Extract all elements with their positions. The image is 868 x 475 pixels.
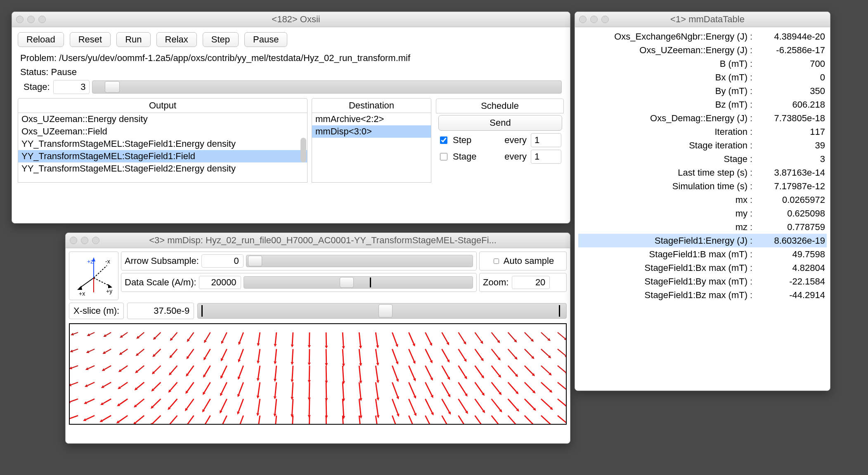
data-row[interactable]: Bx (mT):0 bbox=[578, 71, 827, 84]
reload-button[interactable]: Reload bbox=[18, 32, 64, 47]
stage-slider-thumb[interactable] bbox=[105, 81, 120, 93]
minimize-icon[interactable] bbox=[27, 16, 35, 23]
data-scale-value[interactable]: 20000 bbox=[199, 276, 241, 289]
output-item[interactable]: YY_TransformStageMEL:StageField2:Energy … bbox=[18, 162, 307, 175]
data-scale-thumb[interactable] bbox=[340, 277, 354, 288]
xslice-value[interactable]: 37.50e-9 bbox=[127, 303, 194, 319]
zoom-icon[interactable] bbox=[92, 237, 99, 244]
data-row[interactable]: Oxs_Demag::Energy (J):7.73805e-18 bbox=[578, 111, 827, 125]
auto-sample-row[interactable]: Auto sample bbox=[479, 252, 567, 270]
output-scrollbar[interactable] bbox=[300, 138, 306, 162]
zoom-icon[interactable] bbox=[601, 16, 609, 23]
send-button[interactable]: Send bbox=[438, 115, 562, 131]
data-row[interactable]: Stage iteration:39 bbox=[578, 139, 827, 152]
xslice-slider[interactable] bbox=[197, 303, 567, 319]
close-icon[interactable] bbox=[70, 237, 77, 244]
data-row[interactable]: StageField1:Bz max (mT):-44.2914 bbox=[578, 288, 827, 302]
close-icon[interactable] bbox=[16, 16, 24, 23]
svg-line-342 bbox=[326, 416, 326, 424]
status-value: Pause bbox=[51, 67, 76, 78]
zoom-icon[interactable] bbox=[38, 16, 46, 23]
svg-line-300 bbox=[475, 399, 484, 411]
auto-sample-checkbox[interactable] bbox=[494, 259, 499, 264]
svg-line-354 bbox=[425, 416, 433, 424]
data-row-colon: : bbox=[747, 235, 755, 246]
stage-value[interactable]: 3 bbox=[53, 80, 90, 94]
output-listbox[interactable]: Oxs_UZeeman::Energy densityOxs_UZeeman::… bbox=[18, 113, 307, 183]
svg-line-48 bbox=[376, 332, 378, 346]
data-row[interactable]: B (mT):700 bbox=[578, 57, 827, 71]
svg-line-262 bbox=[153, 399, 161, 407]
data-row[interactable]: Last time step (s):3.87163e-14 bbox=[578, 166, 827, 179]
data-row[interactable]: Oxs_UZeeman::Energy (J):-6.2586e-17 bbox=[578, 43, 827, 57]
schedule-step-every-value[interactable]: 1 bbox=[531, 133, 561, 147]
data-row[interactable]: mx:0.0265972 bbox=[578, 193, 827, 207]
svg-marker-155 bbox=[257, 378, 260, 381]
arrow-subsample-thumb[interactable] bbox=[248, 256, 262, 266]
data-row-value: 0.625098 bbox=[755, 208, 825, 219]
output-item[interactable]: Oxs_UZeeman::Energy density bbox=[18, 113, 307, 125]
svg-line-128 bbox=[541, 349, 549, 357]
svg-line-224 bbox=[343, 382, 343, 399]
data-scale-row: Data Scale (A/m): 20000 bbox=[121, 273, 477, 292]
mmdisp-titlebar[interactable]: <3> mmDisp: Hyz_02_run_file00_H7000_AC00… bbox=[66, 233, 570, 248]
data-row[interactable]: Stage:3 bbox=[578, 152, 827, 166]
data-row[interactable]: my:0.625098 bbox=[578, 207, 827, 220]
data-row[interactable]: Iteration:117 bbox=[578, 125, 827, 139]
data-row-colon: : bbox=[747, 99, 755, 110]
arrow-subsample-value[interactable]: 0 bbox=[201, 254, 244, 268]
xslice-thumb[interactable] bbox=[378, 304, 393, 317]
data-row-colon: : bbox=[747, 154, 755, 165]
destination-listbox[interactable]: mmArchive<2:2>mmDisp<3:0> bbox=[312, 113, 431, 183]
data-row[interactable]: StageField1:Energy (J):8.60326e-19 bbox=[578, 234, 827, 247]
svg-line-280 bbox=[309, 399, 310, 415]
run-button[interactable]: Run bbox=[116, 32, 150, 47]
data-row[interactable]: StageField1:Bx max (mT):4.82804 bbox=[578, 261, 827, 275]
svg-line-328 bbox=[203, 416, 210, 424]
data-row[interactable]: mz:0.778759 bbox=[578, 220, 827, 234]
data-row[interactable]: StageField1:B max (mT):49.7598 bbox=[578, 247, 827, 261]
auto-sample-label: Auto sample bbox=[504, 256, 554, 266]
data-row-colon: : bbox=[747, 276, 755, 287]
svg-line-144 bbox=[171, 366, 177, 373]
data-row-value: 3 bbox=[755, 154, 825, 165]
svg-line-140 bbox=[137, 366, 144, 372]
data-row[interactable]: StageField1:By max (mT):-22.1584 bbox=[578, 275, 827, 288]
data-row[interactable]: Bz (mT):606.218 bbox=[578, 98, 827, 111]
relax-button[interactable]: Relax bbox=[156, 32, 197, 47]
data-row[interactable]: By (mT):350 bbox=[578, 84, 827, 98]
step-button[interactable]: Step bbox=[203, 32, 239, 47]
svg-line-212 bbox=[239, 382, 243, 395]
destination-item[interactable]: mmArchive<2:2> bbox=[312, 113, 431, 125]
destination-item[interactable]: mmDisp<3:0> bbox=[312, 125, 431, 138]
data-row[interactable]: Simulation time (s):7.17987e-12 bbox=[578, 179, 827, 193]
zoom-value[interactable]: 20 bbox=[512, 276, 550, 289]
minimize-icon[interactable] bbox=[81, 237, 88, 244]
schedule-stage-every-value[interactable]: 1 bbox=[531, 150, 561, 164]
data-scale-slider[interactable] bbox=[244, 276, 473, 289]
data-row-key: StageField1:B max (mT) bbox=[580, 249, 747, 260]
axis-diagram[interactable]: +z +y +x -x bbox=[69, 252, 118, 300]
schedule-stage-checkbox[interactable] bbox=[440, 153, 447, 160]
svg-line-112 bbox=[409, 349, 414, 362]
minimize-icon[interactable] bbox=[590, 16, 598, 23]
output-item[interactable]: YY_TransformStageMEL:StageField1:Energy … bbox=[18, 138, 307, 150]
stage-slider[interactable] bbox=[92, 80, 562, 94]
svg-line-284 bbox=[343, 399, 344, 416]
pause-button[interactable]: Pause bbox=[244, 32, 287, 47]
svg-line-108 bbox=[376, 349, 378, 363]
oxsii-titlebar[interactable]: <182> Oxsii bbox=[12, 12, 570, 27]
mmdt-titlebar[interactable]: <1> mmDataTable bbox=[575, 12, 830, 27]
reset-button[interactable]: Reset bbox=[70, 32, 111, 47]
mmdt-title: <1> mmDataTable bbox=[614, 14, 801, 25]
vector-field-canvas[interactable] bbox=[69, 323, 567, 425]
svg-line-200 bbox=[137, 382, 144, 388]
arrow-subsample-slider[interactable] bbox=[246, 255, 473, 267]
svg-text:+y: +y bbox=[106, 288, 112, 294]
output-item[interactable]: YY_TransformStageMEL:StageField1:Field bbox=[18, 150, 307, 162]
output-item[interactable]: Oxs_UZeeman::Field bbox=[18, 125, 307, 138]
data-row[interactable]: Oxs_Exchange6Ngbr::Energy (J):4.38944e-2… bbox=[578, 30, 827, 43]
schedule-step-checkbox[interactable] bbox=[440, 136, 447, 144]
data-row-colon: : bbox=[747, 31, 755, 42]
close-icon[interactable] bbox=[579, 16, 587, 23]
